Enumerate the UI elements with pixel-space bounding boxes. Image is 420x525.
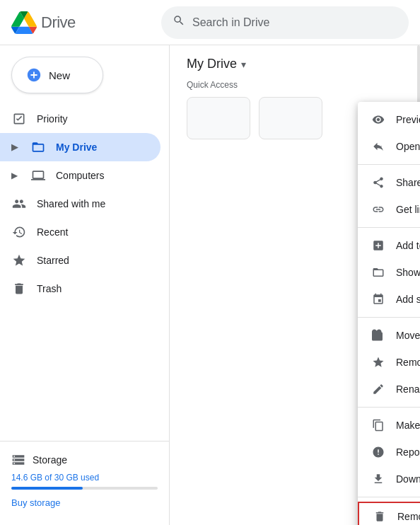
search-placeholder-text: Search in Drive: [192, 16, 269, 29]
starred-icon: [11, 253, 27, 267]
context-menu-item-remove-starred[interactable]: Remove from Starred: [358, 349, 420, 376]
quick-access-card-2[interactable]: [259, 97, 322, 139]
sidebar-item-shared-label: Shared with me: [37, 198, 105, 209]
app-title: Drive: [41, 13, 76, 32]
download-icon: [371, 473, 386, 485]
main-content-area: My Drive ▾ Quick Access Preview Open wi: [170, 45, 420, 525]
main-layout: New Priority ▶ My Drive ▶: [0, 45, 420, 525]
pencil-icon: [371, 383, 386, 396]
context-menu-item-move-to[interactable]: Move to: [358, 322, 420, 349]
sidebar-item-shared-with-me[interactable]: Shared with me: [0, 190, 161, 218]
context-menu-item-report-abuse[interactable]: Report abuse: [358, 439, 420, 466]
sidebar-item-my-drive-label: My Drive: [56, 142, 97, 153]
sidebar-item-computers-label: Computers: [56, 170, 104, 181]
drive-dropdown-arrow[interactable]: ▾: [241, 59, 246, 70]
storage-usage-text: 14.6 GB of 30 GB used: [11, 473, 158, 483]
my-drive-header: My Drive ▾: [187, 57, 403, 71]
expand-icon-computers: ▶: [11, 171, 18, 180]
storage-label-text: Storage: [33, 454, 67, 466]
preview-label: Preview: [396, 114, 420, 125]
sidebar-item-trash[interactable]: Trash: [0, 275, 161, 303]
storage-bar-background: [11, 487, 158, 490]
remove-label: Remove: [397, 511, 420, 522]
add-workspace-label: Add to workspace: [396, 240, 420, 251]
warning-circle-icon: [371, 446, 386, 458]
context-menu-item-add-shortcut[interactable]: Add shortcut to Drive ?: [358, 286, 420, 313]
make-copy-label: Make a copy: [396, 420, 420, 431]
show-location-label: Show file location: [396, 267, 420, 278]
context-menu: Preview Open with › Share: [358, 102, 420, 525]
sidebar-item-starred-label: Starred: [37, 255, 69, 266]
sidebar-item-computers[interactable]: ▶ Computers: [0, 161, 161, 190]
computers-icon: [30, 168, 46, 183]
rename-label: Rename: [396, 383, 420, 395]
context-menu-item-rename[interactable]: Rename: [358, 376, 420, 403]
sidebar-item-trash-label: Trash: [37, 283, 62, 294]
sidebar-item-starred[interactable]: Starred: [0, 246, 161, 275]
remove-starred-label: Remove from Starred: [396, 357, 420, 368]
menu-divider-4: [358, 407, 420, 408]
eye-icon: [371, 113, 386, 126]
open-with-icon: [371, 140, 386, 153]
share-icon: [371, 176, 386, 189]
open-with-label: Open with: [396, 141, 420, 152]
add-shortcut-label: Add shortcut to Drive: [396, 294, 420, 305]
share-label: Share: [396, 177, 420, 188]
sidebar-item-priority-label: Priority: [37, 113, 68, 125]
star-filled-icon: [371, 356, 386, 369]
priority-icon: [11, 112, 27, 126]
storage-section: Storage 14.6 GB of 30 GB used Buy storag…: [0, 441, 169, 519]
sidebar: New Priority ▶ My Drive ▶: [0, 45, 170, 525]
new-button[interactable]: New: [11, 57, 103, 93]
new-plus-icon: [26, 67, 42, 83]
menu-divider-3: [358, 317, 420, 318]
logo-area: Drive: [11, 10, 153, 35]
link-icon: [371, 203, 386, 216]
context-menu-item-add-workspace[interactable]: Add to workspace ›: [358, 232, 420, 259]
sidebar-navigation: Priority ▶ My Drive ▶ Computers: [0, 105, 169, 441]
recent-icon: [11, 225, 27, 239]
menu-divider-5: [358, 497, 420, 497]
quick-access-card[interactable]: [187, 97, 250, 139]
storage-label-area: Storage: [11, 453, 158, 467]
svg-point-0: [378, 146, 379, 147]
context-menu-item-show-location[interactable]: Show file location: [358, 259, 420, 286]
report-abuse-label: Report abuse: [396, 446, 420, 458]
trash-icon: [11, 282, 27, 296]
shortcut-icon: [371, 293, 386, 306]
context-menu-item-get-link[interactable]: Get link: [358, 196, 420, 223]
copy-icon: [371, 419, 386, 432]
sidebar-item-my-drive[interactable]: ▶ My Drive: [0, 133, 161, 161]
context-menu-item-open-with[interactable]: Open with ›: [358, 133, 420, 160]
buy-storage-button[interactable]: Buy storage: [11, 497, 60, 508]
folder-open-icon: [371, 266, 386, 279]
search-icon: [173, 14, 185, 30]
get-link-label: Get link: [396, 204, 420, 215]
move-to-label: Move to: [396, 330, 420, 341]
my-drive-title: My Drive: [187, 57, 237, 71]
storage-bar-fill: [11, 487, 83, 490]
search-bar[interactable]: Search in Drive: [161, 6, 409, 39]
new-button-label: New: [49, 69, 70, 81]
shared-icon: [11, 197, 27, 211]
sidebar-item-priority[interactable]: Priority: [0, 105, 161, 133]
menu-divider-2: [358, 227, 420, 228]
expand-icon: ▶: [11, 142, 18, 152]
drive-logo-icon: [11, 10, 37, 35]
add-workspace-icon: [371, 239, 386, 252]
quick-access-label: Quick Access: [187, 80, 403, 90]
context-menu-item-make-copy[interactable]: Make a copy: [358, 412, 420, 439]
storage-icon: [11, 453, 25, 467]
my-drive-icon: [30, 140, 46, 154]
app-header: Drive Search in Drive: [0, 0, 420, 45]
sidebar-item-recent[interactable]: Recent: [0, 218, 161, 246]
context-menu-item-share[interactable]: Share: [358, 169, 420, 196]
context-menu-item-remove[interactable]: Remove: [358, 502, 420, 525]
context-menu-item-download[interactable]: Download: [358, 466, 420, 492]
sidebar-item-recent-label: Recent: [37, 226, 68, 238]
menu-divider-1: [358, 164, 420, 165]
move-icon: [371, 329, 386, 342]
remove-trash-icon: [372, 510, 387, 523]
download-label: Download: [396, 473, 420, 485]
context-menu-item-preview[interactable]: Preview: [358, 106, 420, 133]
